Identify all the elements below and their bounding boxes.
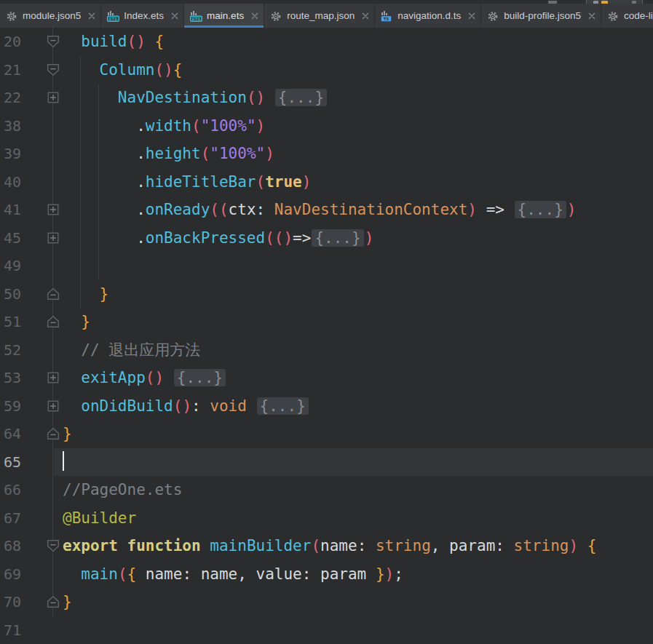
code-text[interactable]: main({ name: name, value: param }); xyxy=(63,560,403,589)
tab-module-json5[interactable]: module.json5 xyxy=(0,4,101,28)
close-icon[interactable] xyxy=(250,12,259,20)
code-line-53[interactable]: 53 exitApp() {...} xyxy=(0,364,653,392)
code-line-52[interactable]: 52 // 退出应用方法 xyxy=(0,336,653,365)
token-pln xyxy=(118,537,127,554)
code-line-21[interactable]: 21 Column(){ xyxy=(0,56,653,84)
code-text[interactable]: //PageOne.ets xyxy=(63,476,182,504)
folded-region[interactable]: {...} xyxy=(275,89,327,106)
code-line-69[interactable]: 69 main({ name: name, value: param }); xyxy=(0,560,653,589)
token-par: ( xyxy=(191,117,201,135)
token-fn: exitApp xyxy=(81,369,146,386)
code-line-51[interactable]: 51 } xyxy=(0,308,653,336)
fold-marker-plus-icon[interactable] xyxy=(47,371,60,384)
tab-route-map-json[interactable]: route_map.json xyxy=(264,4,375,28)
code-text[interactable]: .height("100%") xyxy=(63,140,274,168)
code-text[interactable]: .width("100%") xyxy=(63,112,265,140)
fold-marker-close-icon[interactable] xyxy=(47,315,60,328)
close-icon[interactable] xyxy=(361,12,370,20)
token-pln: => xyxy=(293,229,311,247)
fold-marker-plus-icon[interactable] xyxy=(47,399,60,413)
token-brc: { xyxy=(173,61,183,79)
code-line-49[interactable]: 49 xyxy=(0,252,653,280)
close-icon[interactable] xyxy=(467,12,476,20)
token-par: ) xyxy=(567,201,577,218)
fold-marker-plus-icon[interactable] xyxy=(47,203,60,216)
code-text[interactable]: .onBackPressed(()=>{...}) xyxy=(63,224,373,253)
token-type: NavDestinationContext xyxy=(274,201,468,218)
code-line-66[interactable]: 66//PageOne.ets xyxy=(0,476,653,504)
code-text[interactable] xyxy=(63,448,64,477)
code-text[interactable]: onDidBuild(): void {...} xyxy=(63,392,309,421)
tab-label: build-profile.json5 xyxy=(504,10,581,21)
code-line-50[interactable]: 50 } xyxy=(0,280,653,309)
fold-marker-plus-icon[interactable] xyxy=(47,91,60,104)
code-text[interactable]: } xyxy=(63,420,72,448)
token-pln xyxy=(63,397,81,415)
line-number: 20 xyxy=(0,28,21,56)
code-text[interactable]: } xyxy=(63,308,90,336)
code-line-67[interactable]: 67@Builder xyxy=(0,504,653,533)
fold-marker-plus-icon[interactable] xyxy=(47,231,60,245)
line-number: 52 xyxy=(0,336,21,365)
line-number: 64 xyxy=(0,420,21,448)
fold-marker-open-icon[interactable] xyxy=(47,539,60,552)
token-kw: export xyxy=(63,537,118,554)
code-text[interactable]: NavDestination() {...} xyxy=(63,84,328,112)
token-fn: height xyxy=(146,145,201,162)
code-line-70[interactable]: 70} xyxy=(0,588,653,616)
folded-region[interactable]: {...} xyxy=(174,369,226,386)
token-cmt: // 退出应用方法 xyxy=(81,341,200,359)
fold-marker-close-icon[interactable] xyxy=(47,427,60,440)
gear-icon xyxy=(487,10,499,22)
code-editor[interactable]: 20 build() {21 Column(){22 NavDestinatio… xyxy=(0,28,653,644)
token-type: string xyxy=(376,537,431,554)
token-pln: : xyxy=(191,397,210,415)
close-icon[interactable] xyxy=(87,12,96,20)
token-pln xyxy=(201,537,210,554)
line-number: 40 xyxy=(0,168,21,196)
folded-region[interactable]: {...} xyxy=(312,229,363,247)
code-line-59[interactable]: 59 onDidBuild(): void {...} xyxy=(0,392,653,421)
token-brc: } xyxy=(376,565,385,583)
tab-main-ets[interactable]: ETSmain.ets xyxy=(184,4,264,28)
code-text[interactable]: } xyxy=(63,280,108,309)
code-line-41[interactable]: 41 .onReady((ctx: NavDestinationContext)… xyxy=(0,196,653,224)
token-brc: } xyxy=(63,593,72,611)
code-text[interactable]: exitApp() {...} xyxy=(63,364,226,392)
code-line-71[interactable]: 71 xyxy=(0,616,653,644)
fold-marker-close-icon[interactable] xyxy=(47,287,60,301)
code-line-65[interactable]: 65 xyxy=(0,448,653,477)
code-text[interactable]: build() { xyxy=(63,28,164,56)
tab-index-ets[interactable]: ETSIndex.ets xyxy=(101,4,184,28)
code-text[interactable]: .hideTitleBar(true) xyxy=(63,168,311,196)
fold-marker-open-icon[interactable] xyxy=(47,35,60,48)
tab-build-profile-json5[interactable]: build-profile.json5 xyxy=(481,4,601,28)
folded-region[interactable]: {...} xyxy=(257,397,309,415)
code-line-20[interactable]: 20 build() { xyxy=(0,28,653,56)
fold-marker-close-icon[interactable] xyxy=(47,595,60,608)
code-text[interactable]: @Builder xyxy=(63,504,136,533)
close-icon[interactable] xyxy=(170,12,179,20)
close-icon[interactable] xyxy=(587,12,596,20)
tab-code-linter-json5[interactable]: code-linter.json5 xyxy=(601,4,653,28)
token-ann: @Builder xyxy=(63,509,136,527)
folded-region[interactable]: {...} xyxy=(515,201,566,218)
code-text[interactable]: } xyxy=(63,588,72,616)
code-line-40[interactable]: 40 .hideTitleBar(true) xyxy=(0,168,653,196)
code-line-68[interactable]: 68export function mainBuilder(name: stri… xyxy=(0,532,653,560)
code-text[interactable]: // 退出应用方法 xyxy=(63,336,200,365)
code-text[interactable]: export function mainBuilder(name: string… xyxy=(63,532,596,560)
token-par: (() xyxy=(265,229,293,247)
code-line-45[interactable]: 45 .onBackPressed(()=>{...}) xyxy=(0,224,653,253)
code-text[interactable]: .onReady((ctx: NavDestinationContext) =>… xyxy=(63,196,576,224)
code-line-39[interactable]: 39 .height("100%") xyxy=(0,140,653,168)
code-text[interactable]: Column(){ xyxy=(63,56,182,84)
code-line-64[interactable]: 64} xyxy=(0,420,653,448)
code-line-22[interactable]: 22 NavDestination() {...} xyxy=(0,84,653,112)
code-line-38[interactable]: 38 .width("100%") xyxy=(0,112,653,140)
fold-marker-open-icon[interactable] xyxy=(47,63,60,76)
token-pln xyxy=(146,33,155,50)
tab-navigation-d-ts[interactable]: TSnavigation.d.ts xyxy=(375,4,481,28)
token-kw: function xyxy=(127,537,201,554)
tab-label: route_map.json xyxy=(287,10,355,21)
